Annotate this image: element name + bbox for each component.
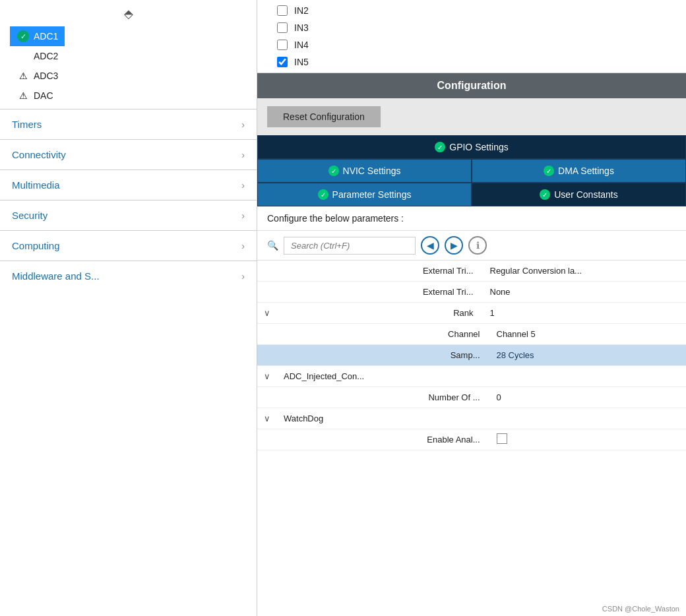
warn-icon: ⚠ — [16, 69, 30, 82]
tabs-row2a: ✓ NVIC Settings ✓ DMA Settings — [257, 159, 686, 183]
tree-item-label: DAC — [34, 90, 53, 101]
param-value: None — [483, 283, 687, 301]
enable-anal-checkbox[interactable] — [497, 433, 507, 444]
section-row: ∨ ADC_Injected_Con... — [257, 366, 686, 387]
tab-dma-settings[interactable]: ✓ DMA Settings — [472, 159, 686, 183]
prev-button[interactable]: ◀ — [421, 236, 439, 255]
tab-check-icon: ✓ — [544, 166, 554, 176]
param-label: Samp... — [277, 346, 490, 364]
in3-checkbox[interactable] — [277, 22, 288, 33]
watermark: CSDN @Chole_Waston — [602, 605, 679, 613]
info-button[interactable]: ℹ — [468, 236, 487, 255]
no-icon — [16, 49, 30, 63]
param-label: External Tri... — [277, 283, 483, 301]
collapse-icon[interactable]: ∨ — [257, 371, 277, 381]
param-label: Channel — [277, 325, 490, 343]
param-value — [490, 429, 687, 450]
sidebar-item-label: Timers — [12, 119, 42, 130]
in2-checkbox[interactable] — [277, 5, 288, 16]
tabs-row1: ✓ GPIO Settings — [257, 135, 686, 159]
sidebar-item-label: Computing — [12, 240, 60, 251]
tree-item-adc1[interactable]: ✓ ADC1 — [10, 26, 65, 46]
chevron-right-icon: › — [241, 150, 245, 160]
tree-item-label: ADC1 — [34, 31, 58, 42]
in5-checkbox[interactable] — [277, 57, 288, 67]
in4-label: IN4 — [294, 40, 309, 50]
param-row: Enable Anal... — [257, 429, 686, 450]
sidebar-item-label: Connectivity — [12, 149, 66, 160]
config-header: Configuration — [257, 73, 686, 98]
tab-label: NVIC Settings — [343, 166, 401, 176]
sidebar-top: ⬘ ✓ ADC1 ADC2 ⚠ ADC3 ⚠ DAC — [0, 0, 257, 109]
sidebar-item-middleware[interactable]: Middleware and S... › — [0, 261, 257, 291]
check-icon: ✓ — [16, 30, 30, 43]
collapse-icon[interactable]: ∨ — [257, 308, 277, 318]
tab-check-icon: ✓ — [540, 189, 550, 200]
sidebar-item-computing[interactable]: Computing › — [0, 230, 257, 261]
sidebar-item-connectivity[interactable]: Connectivity › — [0, 139, 257, 169]
in3-label: IN3 — [294, 22, 309, 33]
param-row: External Tri... Regular Conversion la... — [257, 261, 686, 282]
config-toolbar: Reset Configuration — [257, 98, 686, 135]
sidebar-item-label: Multimedia — [12, 179, 60, 191]
checkbox-in4: IN4 — [277, 40, 666, 50]
tab-parameter-settings[interactable]: ✓ Parameter Settings — [257, 183, 472, 206]
param-row: Number Of ... 0 — [257, 387, 686, 408]
search-bar: 🔍 ◀ ▶ ℹ — [257, 231, 686, 261]
tree-item-adc3[interactable]: ⚠ ADC3 — [10, 66, 65, 86]
collapse-icon[interactable]: ∨ — [257, 414, 277, 423]
sidebar: ⬘ ✓ ADC1 ADC2 ⚠ ADC3 ⚠ DAC Timers › — [0, 0, 257, 616]
in5-label: IN5 — [294, 57, 309, 67]
next-button[interactable]: ▶ — [445, 236, 463, 255]
tab-label: GPIO Settings — [449, 142, 508, 152]
tabs-row2b: ✓ Parameter Settings ✓ User Constants — [257, 183, 686, 206]
tab-check-icon: ✓ — [328, 166, 339, 176]
checkbox-in2: IN2 — [277, 5, 666, 16]
sidebar-item-label: Security — [12, 210, 47, 221]
param-row: External Tri... None — [257, 282, 686, 303]
param-value: Channel 5 — [490, 325, 687, 343]
chevron-right-icon: › — [241, 119, 245, 130]
sort-icon[interactable]: ⬘ — [124, 7, 133, 21]
search-icon: 🔍 — [267, 240, 278, 251]
main-content: IN2 IN3 IN4 IN5 Configuration Reset Conf… — [257, 0, 686, 616]
sidebar-item-timers[interactable]: Timers › — [0, 109, 257, 139]
tree-item-label: ADC3 — [34, 71, 58, 81]
section-label: ADC_Injected_Con... — [277, 367, 686, 385]
in4-checkbox[interactable] — [277, 40, 288, 50]
sidebar-item-security[interactable]: Security › — [0, 200, 257, 230]
param-table: External Tri... Regular Conversion la...… — [257, 261, 686, 616]
tree-item-adc2[interactable]: ADC2 — [10, 46, 65, 66]
tab-check-icon: ✓ — [318, 189, 328, 200]
chevron-right-icon: › — [241, 241, 245, 251]
chevron-right-icon: › — [241, 271, 245, 282]
tab-gpio-settings[interactable]: ✓ GPIO Settings — [257, 135, 686, 159]
params-area: Configure the below parameters : 🔍 ◀ ▶ ℹ… — [257, 206, 686, 616]
param-row: ∨ Rank 1 — [257, 303, 686, 324]
checkbox-in5: IN5 — [277, 57, 666, 67]
chevron-right-icon: › — [241, 180, 245, 191]
tab-nvic-settings[interactable]: ✓ NVIC Settings — [257, 159, 472, 183]
section-row: ∨ WatchDog — [257, 408, 686, 429]
tree-item-dac[interactable]: ⚠ DAC — [10, 86, 60, 106]
param-label: Number Of ... — [277, 388, 490, 406]
param-label: External Tri... — [277, 262, 483, 280]
tab-label: DMA Settings — [558, 166, 614, 176]
config-panel: Configuration Reset Configuration ✓ GPIO… — [257, 73, 686, 616]
chevron-right-icon: › — [241, 210, 245, 221]
tab-label: User Constants — [554, 189, 617, 200]
in2-label: IN2 — [294, 5, 309, 16]
tab-user-constants[interactable]: ✓ User Constants — [472, 183, 686, 206]
tab-check-icon: ✓ — [435, 142, 445, 152]
param-value: 0 — [490, 388, 687, 406]
sidebar-item-multimedia[interactable]: Multimedia › — [0, 169, 257, 200]
param-value: 28 Cycles — [490, 346, 687, 364]
search-input[interactable] — [284, 237, 416, 255]
param-label: Enable Anal... — [277, 431, 490, 448]
reset-configuration-button[interactable]: Reset Configuration — [267, 106, 381, 127]
tree-item-label: ADC2 — [34, 51, 58, 61]
param-label: Rank — [277, 304, 483, 322]
warn-icon: ⚠ — [16, 89, 30, 102]
sidebar-item-label: Middleware and S... — [12, 270, 100, 282]
section-label: WatchDog — [277, 410, 686, 427]
